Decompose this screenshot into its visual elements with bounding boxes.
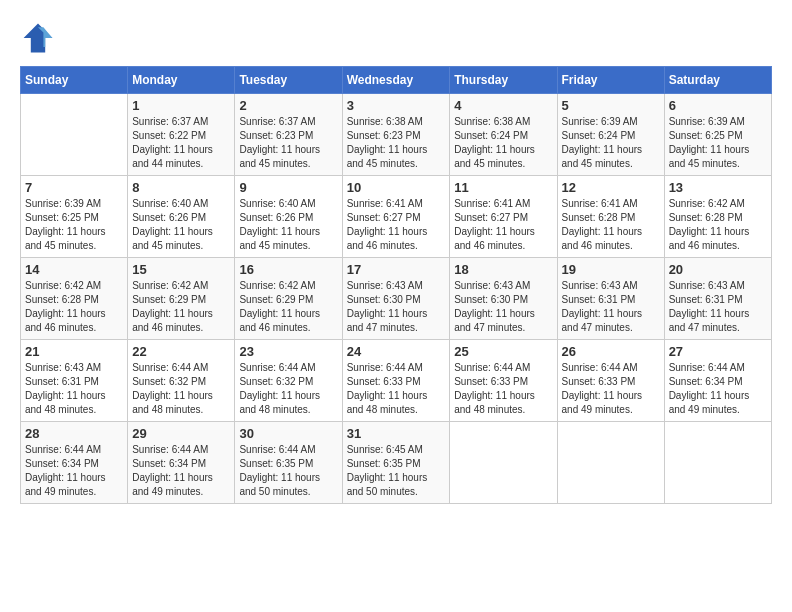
day-info: Sunrise: 6:45 AMSunset: 6:35 PMDaylight:… [347, 443, 446, 499]
calendar-day-cell: 30 Sunrise: 6:44 AMSunset: 6:35 PMDaylig… [235, 422, 342, 504]
calendar-day-cell: 13 Sunrise: 6:42 AMSunset: 6:28 PMDaylig… [664, 176, 771, 258]
day-number: 5 [562, 98, 660, 113]
calendar-day-cell [664, 422, 771, 504]
day-number: 20 [669, 262, 767, 277]
calendar-day-cell: 22 Sunrise: 6:44 AMSunset: 6:32 PMDaylig… [128, 340, 235, 422]
calendar-day-cell: 8 Sunrise: 6:40 AMSunset: 6:26 PMDayligh… [128, 176, 235, 258]
calendar-day-cell [450, 422, 557, 504]
calendar-week-row: 28 Sunrise: 6:44 AMSunset: 6:34 PMDaylig… [21, 422, 772, 504]
header-day: Saturday [664, 67, 771, 94]
calendar-day-cell: 29 Sunrise: 6:44 AMSunset: 6:34 PMDaylig… [128, 422, 235, 504]
day-number: 22 [132, 344, 230, 359]
day-number: 15 [132, 262, 230, 277]
day-number: 25 [454, 344, 552, 359]
day-info: Sunrise: 6:44 AMSunset: 6:35 PMDaylight:… [239, 443, 337, 499]
calendar-week-row: 7 Sunrise: 6:39 AMSunset: 6:25 PMDayligh… [21, 176, 772, 258]
calendar-day-cell: 12 Sunrise: 6:41 AMSunset: 6:28 PMDaylig… [557, 176, 664, 258]
day-number: 23 [239, 344, 337, 359]
day-info: Sunrise: 6:43 AMSunset: 6:31 PMDaylight:… [669, 279, 767, 335]
day-number: 2 [239, 98, 337, 113]
day-number: 24 [347, 344, 446, 359]
day-info: Sunrise: 6:43 AMSunset: 6:30 PMDaylight:… [347, 279, 446, 335]
day-number: 9 [239, 180, 337, 195]
day-info: Sunrise: 6:44 AMSunset: 6:33 PMDaylight:… [562, 361, 660, 417]
day-number: 27 [669, 344, 767, 359]
calendar-day-cell: 20 Sunrise: 6:43 AMSunset: 6:31 PMDaylig… [664, 258, 771, 340]
calendar-day-cell [557, 422, 664, 504]
day-info: Sunrise: 6:42 AMSunset: 6:28 PMDaylight:… [25, 279, 123, 335]
header-day: Wednesday [342, 67, 450, 94]
header-row: SundayMondayTuesdayWednesdayThursdayFrid… [21, 67, 772, 94]
calendar-week-row: 21 Sunrise: 6:43 AMSunset: 6:31 PMDaylig… [21, 340, 772, 422]
calendar-day-cell: 25 Sunrise: 6:44 AMSunset: 6:33 PMDaylig… [450, 340, 557, 422]
day-info: Sunrise: 6:43 AMSunset: 6:30 PMDaylight:… [454, 279, 552, 335]
calendar-day-cell: 11 Sunrise: 6:41 AMSunset: 6:27 PMDaylig… [450, 176, 557, 258]
header-day: Monday [128, 67, 235, 94]
calendar-day-cell: 18 Sunrise: 6:43 AMSunset: 6:30 PMDaylig… [450, 258, 557, 340]
calendar-day-cell: 2 Sunrise: 6:37 AMSunset: 6:23 PMDayligh… [235, 94, 342, 176]
header-day: Tuesday [235, 67, 342, 94]
day-info: Sunrise: 6:44 AMSunset: 6:32 PMDaylight:… [132, 361, 230, 417]
calendar-day-cell: 16 Sunrise: 6:42 AMSunset: 6:29 PMDaylig… [235, 258, 342, 340]
calendar-day-cell: 28 Sunrise: 6:44 AMSunset: 6:34 PMDaylig… [21, 422, 128, 504]
day-number: 13 [669, 180, 767, 195]
day-info: Sunrise: 6:41 AMSunset: 6:27 PMDaylight:… [347, 197, 446, 253]
day-info: Sunrise: 6:42 AMSunset: 6:29 PMDaylight:… [132, 279, 230, 335]
page-header [20, 20, 772, 56]
day-info: Sunrise: 6:44 AMSunset: 6:33 PMDaylight:… [347, 361, 446, 417]
day-number: 19 [562, 262, 660, 277]
day-number: 16 [239, 262, 337, 277]
logo [20, 20, 60, 56]
calendar-day-cell: 19 Sunrise: 6:43 AMSunset: 6:31 PMDaylig… [557, 258, 664, 340]
day-info: Sunrise: 6:38 AMSunset: 6:23 PMDaylight:… [347, 115, 446, 171]
day-number: 26 [562, 344, 660, 359]
calendar-day-cell: 6 Sunrise: 6:39 AMSunset: 6:25 PMDayligh… [664, 94, 771, 176]
calendar-day-cell: 9 Sunrise: 6:40 AMSunset: 6:26 PMDayligh… [235, 176, 342, 258]
calendar-day-cell: 5 Sunrise: 6:39 AMSunset: 6:24 PMDayligh… [557, 94, 664, 176]
day-info: Sunrise: 6:43 AMSunset: 6:31 PMDaylight:… [25, 361, 123, 417]
calendar-day-cell: 23 Sunrise: 6:44 AMSunset: 6:32 PMDaylig… [235, 340, 342, 422]
day-number: 4 [454, 98, 552, 113]
calendar-day-cell [21, 94, 128, 176]
day-info: Sunrise: 6:41 AMSunset: 6:28 PMDaylight:… [562, 197, 660, 253]
day-info: Sunrise: 6:40 AMSunset: 6:26 PMDaylight:… [132, 197, 230, 253]
day-number: 21 [25, 344, 123, 359]
header-day: Friday [557, 67, 664, 94]
day-number: 18 [454, 262, 552, 277]
day-info: Sunrise: 6:39 AMSunset: 6:24 PMDaylight:… [562, 115, 660, 171]
day-number: 31 [347, 426, 446, 441]
day-info: Sunrise: 6:37 AMSunset: 6:23 PMDaylight:… [239, 115, 337, 171]
day-info: Sunrise: 6:44 AMSunset: 6:34 PMDaylight:… [132, 443, 230, 499]
calendar-day-cell: 24 Sunrise: 6:44 AMSunset: 6:33 PMDaylig… [342, 340, 450, 422]
day-number: 30 [239, 426, 337, 441]
day-info: Sunrise: 6:40 AMSunset: 6:26 PMDaylight:… [239, 197, 337, 253]
calendar-day-cell: 31 Sunrise: 6:45 AMSunset: 6:35 PMDaylig… [342, 422, 450, 504]
day-info: Sunrise: 6:38 AMSunset: 6:24 PMDaylight:… [454, 115, 552, 171]
header-day: Thursday [450, 67, 557, 94]
calendar-day-cell: 4 Sunrise: 6:38 AMSunset: 6:24 PMDayligh… [450, 94, 557, 176]
calendar-day-cell: 1 Sunrise: 6:37 AMSunset: 6:22 PMDayligh… [128, 94, 235, 176]
day-info: Sunrise: 6:44 AMSunset: 6:33 PMDaylight:… [454, 361, 552, 417]
day-info: Sunrise: 6:42 AMSunset: 6:28 PMDaylight:… [669, 197, 767, 253]
calendar-day-cell: 14 Sunrise: 6:42 AMSunset: 6:28 PMDaylig… [21, 258, 128, 340]
day-number: 11 [454, 180, 552, 195]
calendar-day-cell: 21 Sunrise: 6:43 AMSunset: 6:31 PMDaylig… [21, 340, 128, 422]
day-info: Sunrise: 6:39 AMSunset: 6:25 PMDaylight:… [25, 197, 123, 253]
day-number: 17 [347, 262, 446, 277]
calendar-week-row: 1 Sunrise: 6:37 AMSunset: 6:22 PMDayligh… [21, 94, 772, 176]
calendar-table: SundayMondayTuesdayWednesdayThursdayFrid… [20, 66, 772, 504]
day-number: 29 [132, 426, 230, 441]
day-info: Sunrise: 6:44 AMSunset: 6:34 PMDaylight:… [669, 361, 767, 417]
calendar-day-cell: 17 Sunrise: 6:43 AMSunset: 6:30 PMDaylig… [342, 258, 450, 340]
day-number: 10 [347, 180, 446, 195]
logo-icon [20, 20, 56, 56]
day-number: 28 [25, 426, 123, 441]
day-number: 12 [562, 180, 660, 195]
calendar-day-cell: 3 Sunrise: 6:38 AMSunset: 6:23 PMDayligh… [342, 94, 450, 176]
day-info: Sunrise: 6:42 AMSunset: 6:29 PMDaylight:… [239, 279, 337, 335]
day-info: Sunrise: 6:39 AMSunset: 6:25 PMDaylight:… [669, 115, 767, 171]
day-info: Sunrise: 6:43 AMSunset: 6:31 PMDaylight:… [562, 279, 660, 335]
day-number: 8 [132, 180, 230, 195]
calendar-week-row: 14 Sunrise: 6:42 AMSunset: 6:28 PMDaylig… [21, 258, 772, 340]
header-day: Sunday [21, 67, 128, 94]
